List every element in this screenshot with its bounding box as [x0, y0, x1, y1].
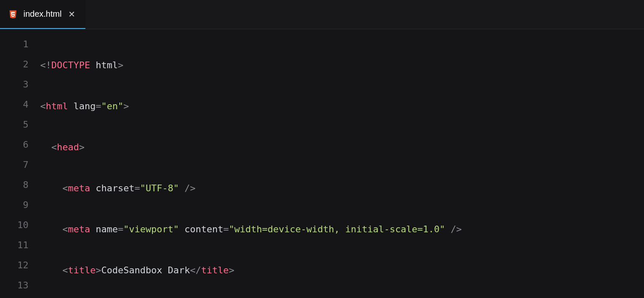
line-number: 8 — [0, 175, 28, 195]
code-line: <title>CodeSandbox Dark</title> — [40, 260, 644, 280]
code-line: <head> — [40, 137, 644, 157]
line-number: 1 — [0, 34, 28, 54]
text-title: CodeSandbox Dark — [101, 265, 190, 275]
code-line: <meta charset="UTF-8" /> — [40, 178, 644, 198]
line-number: 5 — [0, 115, 28, 135]
line-number: 13 — [0, 275, 28, 295]
close-icon[interactable]: ✕ — [68, 10, 75, 18]
line-number: 2 — [0, 54, 28, 74]
tab-index-html[interactable]: index.html ✕ — [0, 0, 85, 29]
attr-content: content — [184, 224, 223, 234]
line-number: 4 — [0, 95, 28, 115]
code-line: <!DOCTYPE html> — [40, 55, 644, 75]
tag-head: head — [57, 142, 79, 152]
code-editor[interactable]: 1 2 3 4 5 6 7 8 9 10 11 12 13 <!DOCTYPE … — [0, 29, 644, 298]
val-en: "en" — [101, 101, 124, 111]
line-number: 3 — [0, 74, 28, 95]
tag-title-close: title — [201, 265, 229, 275]
val-content: "width=device-width, initial-scale=1.0" — [229, 224, 445, 234]
line-number: 12 — [0, 255, 28, 275]
doctype-kw: DOCTYPE — [52, 60, 90, 70]
attr-charset: charset — [95, 183, 134, 193]
tab-bar: index.html ✕ — [0, 0, 644, 29]
line-number: 9 — [0, 195, 28, 215]
tag-meta: meta — [68, 183, 90, 193]
code-area[interactable]: <!DOCTYPE html> <html lang="en"> <head> … — [40, 34, 644, 298]
line-number: 6 — [0, 135, 28, 155]
code-line: <html lang="en"> — [40, 96, 644, 116]
line-number: 10 — [0, 215, 28, 235]
line-number: 11 — [0, 235, 28, 255]
gutter: 1 2 3 4 5 6 7 8 9 10 11 12 13 — [0, 34, 40, 298]
tag-meta: meta — [68, 224, 90, 234]
attr-name: name — [95, 224, 118, 234]
val-viewport: "viewport" — [124, 224, 179, 234]
tab-filename: index.html — [23, 9, 62, 19]
tag-html: html — [46, 101, 68, 111]
val-utf8: "UTF-8" — [140, 183, 179, 193]
tag-title: title — [68, 265, 95, 275]
code-line: <meta name="viewport" content="width=dev… — [40, 219, 644, 239]
attr-lang: lang — [73, 101, 95, 111]
html5-icon — [8, 10, 18, 19]
doctype-val: html — [95, 60, 118, 70]
line-number: 7 — [0, 155, 28, 175]
